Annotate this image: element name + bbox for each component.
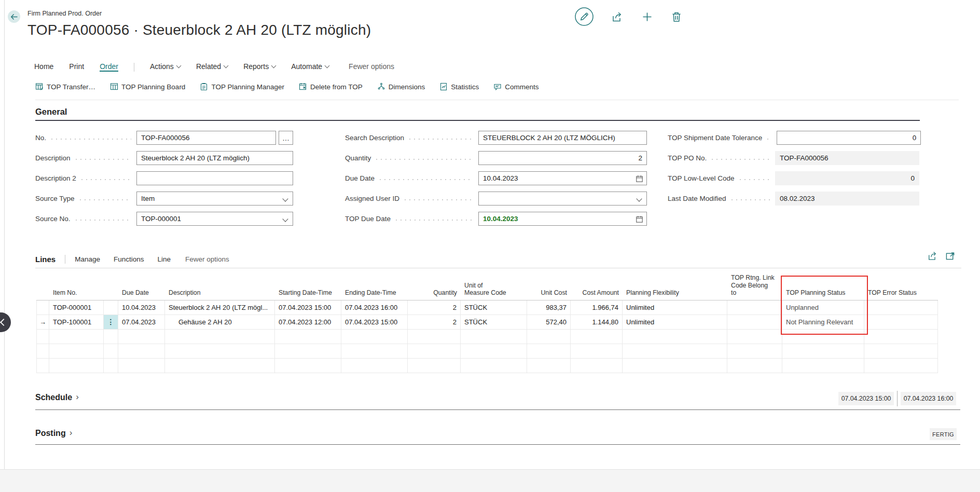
- empty-cell[interactable]: [727, 359, 782, 373]
- cell-top-planning-status[interactable]: Not Planning Relevant: [782, 315, 864, 330]
- search-description-input[interactable]: STEUERBLOCK 2 AH 20 (LTZ MÖGLICH): [478, 131, 647, 145]
- cell-item-no[interactable]: TOP-000001: [49, 300, 104, 315]
- lines-menu-fewer-options[interactable]: Fewer options: [185, 255, 229, 263]
- menu-home[interactable]: Home: [34, 62, 53, 72]
- empty-cell[interactable]: [104, 344, 118, 359]
- header-ending-date-time[interactable]: Ending Date-Time: [341, 274, 408, 300]
- empty-cell[interactable]: [49, 359, 104, 373]
- description-2-input[interactable]: [136, 171, 293, 185]
- cell-ending[interactable]: 07.04.2023 15:00: [341, 315, 408, 330]
- empty-cell[interactable]: [527, 330, 571, 344]
- empty-cell[interactable]: [118, 330, 165, 344]
- cell-description[interactable]: Gehäuse 2 AH 20: [165, 315, 275, 330]
- empty-cell[interactable]: [275, 359, 341, 373]
- lines-menu-manage[interactable]: Manage: [75, 255, 100, 263]
- cell-row-menu-selected[interactable]: ⋮: [104, 315, 118, 330]
- due-date-input[interactable]: 10.04.2023: [478, 171, 647, 185]
- cell-ending[interactable]: 07.04.2023 16:00: [341, 300, 408, 315]
- back-button[interactable]: [8, 10, 20, 23]
- cell-indicator[interactable]: [36, 300, 49, 315]
- empty-cell[interactable]: [623, 359, 727, 373]
- empty-cell[interactable]: [864, 344, 938, 359]
- header-top-error-status[interactable]: TOP Error Status: [864, 274, 938, 300]
- empty-cell[interactable]: [36, 359, 49, 373]
- empty-cell[interactable]: [36, 344, 49, 359]
- delete-button[interactable]: [671, 11, 682, 23]
- empty-cell[interactable]: [461, 330, 527, 344]
- header-planning-flexibility[interactable]: Planning Flexibility: [623, 274, 727, 300]
- cell-row-menu[interactable]: [104, 300, 118, 315]
- empty-cell[interactable]: [727, 330, 782, 344]
- empty-cell[interactable]: [461, 344, 527, 359]
- empty-cell[interactable]: [165, 359, 275, 373]
- empty-cell[interactable]: [341, 330, 408, 344]
- empty-cell[interactable]: [782, 359, 864, 373]
- empty-cell[interactable]: [782, 344, 864, 359]
- empty-cell[interactable]: [408, 330, 461, 344]
- cell-starting[interactable]: 07.04.2023 15:00: [275, 300, 341, 315]
- empty-cell[interactable]: [527, 344, 571, 359]
- empty-cell[interactable]: [104, 359, 118, 373]
- empty-cell[interactable]: [527, 359, 571, 373]
- empty-cell[interactable]: [571, 359, 623, 373]
- posting-heading[interactable]: Posting›: [35, 428, 72, 439]
- header-quantity[interactable]: Quantity: [408, 274, 461, 300]
- header-unit-of-measure-code[interactable]: Unit of Measure Code: [461, 274, 527, 300]
- header-due-date[interactable]: Due Date: [118, 274, 165, 300]
- cell-quantity[interactable]: 2: [408, 300, 461, 315]
- empty-cell[interactable]: [165, 344, 275, 359]
- header-unit-cost[interactable]: Unit Cost: [527, 274, 571, 300]
- empty-cell[interactable]: [408, 359, 461, 373]
- empty-cell[interactable]: [727, 344, 782, 359]
- cell-unit-cost[interactable]: 983,37: [527, 300, 571, 315]
- menu-print[interactable]: Print: [69, 62, 84, 72]
- comments-button[interactable]: Comments: [493, 83, 539, 91]
- menu-fewer-options[interactable]: Fewer options: [349, 62, 394, 72]
- cell-planning-flexibility[interactable]: Unlimited: [623, 300, 727, 315]
- empty-cell[interactable]: [408, 344, 461, 359]
- empty-cell[interactable]: [864, 330, 938, 344]
- no-assist-button[interactable]: …: [279, 131, 293, 145]
- lines-menu-line[interactable]: Line: [158, 255, 171, 263]
- lines-expand-button[interactable]: [945, 251, 955, 263]
- empty-cell[interactable]: [782, 330, 864, 344]
- empty-cell[interactable]: [623, 344, 727, 359]
- cell-planning-flexibility[interactable]: Unlimited: [623, 315, 727, 330]
- empty-cell[interactable]: [36, 330, 49, 344]
- cell-due-date[interactable]: 10.04.2023: [118, 300, 165, 315]
- general-heading[interactable]: General: [35, 107, 67, 117]
- description-input[interactable]: Steuerblock 2 AH 20 (LTZ möglich): [136, 151, 293, 165]
- delete-from-top-button[interactable]: Delete from TOP: [299, 83, 363, 91]
- cell-top-planning-status[interactable]: Unplanned: [782, 300, 864, 315]
- dimensions-button[interactable]: Dimensions: [377, 83, 425, 91]
- empty-cell[interactable]: [864, 359, 938, 373]
- empty-cell[interactable]: [165, 330, 275, 344]
- empty-cell[interactable]: [341, 359, 408, 373]
- menu-automate[interactable]: Automate: [291, 62, 329, 72]
- cell-due-date[interactable]: 07.04.2023: [118, 315, 165, 330]
- header-top-planning-status[interactable]: TOP Planning Status: [782, 274, 864, 300]
- cell-cost-amount[interactable]: 1.966,74: [571, 300, 623, 315]
- cell-uom[interactable]: STÜCK: [461, 315, 527, 330]
- cell-item-no[interactable]: TOP-100001: [49, 315, 104, 330]
- empty-cell[interactable]: [571, 344, 623, 359]
- lines-heading[interactable]: Lines: [35, 255, 56, 264]
- assigned-user-id-select[interactable]: [478, 192, 647, 206]
- header-item-no[interactable]: Item No.: [49, 274, 104, 300]
- calendar-icon[interactable]: [636, 175, 643, 183]
- share-button[interactable]: [612, 11, 624, 22]
- cell-starting[interactable]: 07.04.2023 12:00: [275, 315, 341, 330]
- edit-button[interactable]: [574, 7, 594, 26]
- menu-related[interactable]: Related: [196, 62, 228, 72]
- empty-cell[interactable]: [49, 330, 104, 344]
- cell-top-error-status[interactable]: [864, 300, 938, 315]
- menu-order[interactable]: Order: [100, 62, 118, 72]
- new-button[interactable]: [641, 11, 653, 23]
- menu-actions[interactable]: Actions: [150, 62, 181, 72]
- empty-cell[interactable]: [49, 344, 104, 359]
- empty-cell[interactable]: [275, 344, 341, 359]
- top-planning-manager-button[interactable]: TOP Planning Manager: [200, 83, 284, 91]
- top-due-date-input[interactable]: 10.04.2023: [478, 212, 647, 226]
- cell-top-error-status[interactable]: [864, 315, 938, 330]
- lines-share-button[interactable]: [928, 251, 938, 263]
